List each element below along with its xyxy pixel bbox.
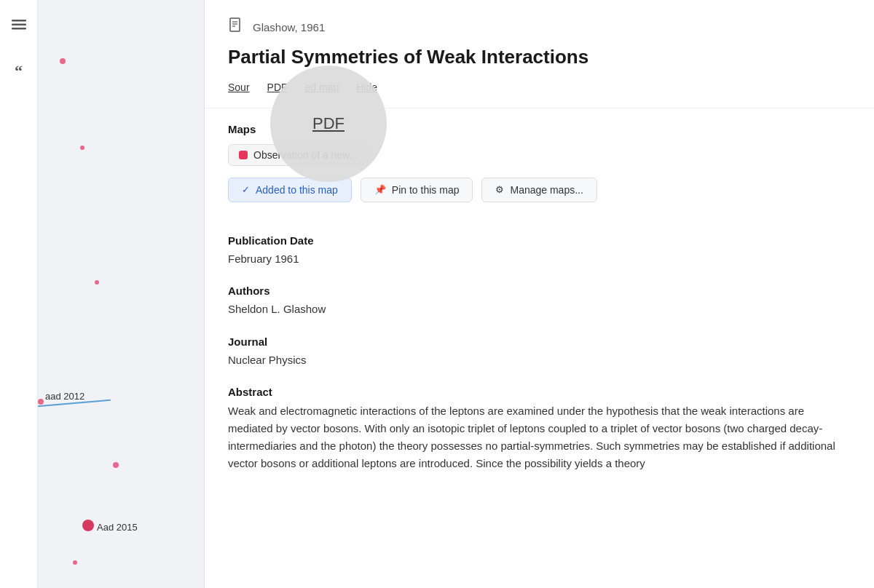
checkmark-icon: ✓ [242, 184, 250, 195]
quote-icon[interactable]: “ [6, 58, 32, 84]
map-panel: “ aad 2012 Aad 2015 [0, 0, 204, 588]
abstract-section: Abstract Weak and electromagnetic intera… [228, 386, 851, 472]
list-icon[interactable] [6, 12, 32, 38]
manage-maps-button[interactable]: ⚙ Manage maps... [481, 178, 597, 202]
journal-section: Journal Nuclear Physics [228, 335, 851, 369]
svg-rect-1 [12, 24, 26, 26]
pdf-circle-overlay[interactable]: PDF [270, 65, 387, 182]
document-icon [228, 17, 244, 36]
svg-rect-0 [12, 20, 26, 22]
map-dot [113, 462, 119, 468]
pin-icon: 📌 [374, 184, 386, 195]
date-value: February 1961 [228, 251, 851, 268]
map-label-aad2015: Aad 2015 [97, 522, 138, 533]
detail-body: Publication Date February 1961 Authors S… [205, 234, 874, 514]
map-dot-aad2015 [82, 520, 94, 531]
publication-date-section: Publication Date February 1961 [228, 234, 851, 268]
detail-panel: PDF Glashow, 1961 Partial Symmetries of … [204, 0, 874, 588]
manage-maps-label: Manage maps... [510, 184, 583, 196]
svg-rect-3 [230, 18, 240, 31]
gear-icon: ⚙ [495, 184, 504, 195]
map-tag-color [239, 151, 248, 159]
journal-value: Nuclear Physics [228, 352, 851, 369]
abstract-text: Weak and electromagnetic interactions of… [228, 402, 851, 472]
svg-rect-2 [12, 28, 26, 30]
map-dot [73, 560, 77, 565]
map-label-aad2012: aad 2012 [45, 391, 84, 402]
pin-to-map-label: Pin to this map [392, 184, 460, 196]
abstract-label: Abstract [228, 386, 851, 398]
authors-label: Authors [228, 285, 851, 297]
map-dot [95, 280, 99, 285]
date-label: Publication Date [228, 234, 851, 247]
authors-value: Sheldon L. Glashow [228, 301, 851, 318]
citation-label-row: Glashow, 1961 [228, 17, 851, 36]
sidebar: “ [0, 0, 38, 588]
pdf-circle-label: PDF [312, 114, 345, 133]
added-to-map-label: Added to this map [256, 184, 338, 196]
map-dot [60, 58, 66, 64]
source-link[interactable]: Sour [228, 82, 250, 93]
map-dot [38, 399, 44, 405]
journal-label: Journal [228, 335, 851, 348]
pin-to-map-button[interactable]: 📌 Pin to this map [361, 178, 473, 202]
authors-section: Authors Sheldon L. Glashow [228, 285, 851, 318]
paper-meta: Glashow, 1961 [253, 21, 325, 33]
map-dot [80, 146, 84, 150]
